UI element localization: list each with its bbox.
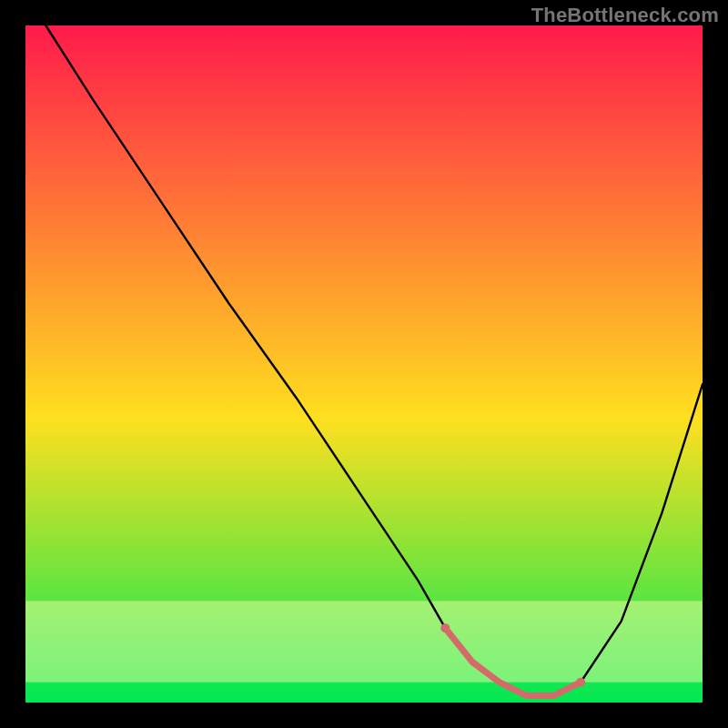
glow-band bbox=[25, 601, 703, 682]
bottleneck-chart bbox=[0, 0, 728, 728]
chart-stage: { "watermark": { "text": "TheBottleneck.… bbox=[0, 0, 728, 728]
optimal-start-dot bbox=[440, 623, 450, 632]
optimal-end-dot bbox=[576, 678, 585, 687]
watermark-text: TheBottleneck.com bbox=[531, 4, 719, 27]
